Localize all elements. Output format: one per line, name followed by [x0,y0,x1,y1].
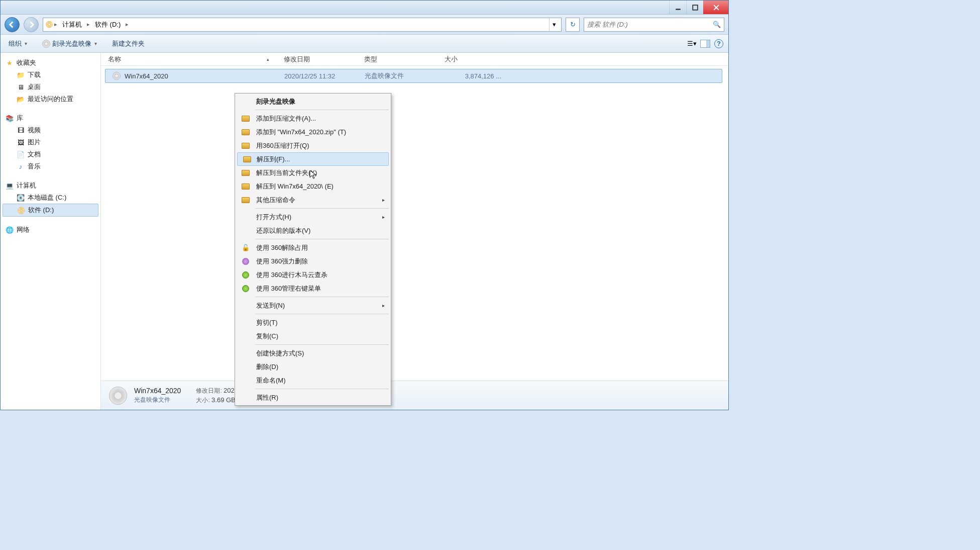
drive-icon: 💽 [17,194,25,202]
network-icon: 🌐 [6,226,14,234]
ctx-separator [255,314,389,314]
ctx-add-to-zip[interactable]: 添加到压缩文件(A)... [236,112,390,125]
svg-rect-0 [676,9,681,10]
help-button[interactable]: ? [714,39,723,48]
ctx-extract-here[interactable]: 解压到当前文件夹(X) [236,166,390,179]
zip-icon [241,128,250,137]
sidebar-label: 图片 [28,138,41,147]
close-button[interactable] [703,1,728,14]
ctx-delete[interactable]: 删除(D) [236,360,390,374]
refresh-button[interactable]: ↻ [566,18,580,32]
forward-button[interactable] [24,17,39,32]
details-type: 光盘映像文件 [134,396,181,404]
delete-icon [241,257,250,266]
star-icon: ★ [6,59,14,67]
ctx-properties[interactable]: 属性(R) [236,391,390,404]
search-input[interactable] [587,21,713,28]
sidebar-network[interactable]: 🌐网络 [1,224,100,236]
ctx-360-force-delete[interactable]: 使用 360强力删除 [236,254,390,268]
ctx-rename[interactable]: 重命名(M) [236,374,390,387]
ctx-send-to[interactable]: 发送到(N)▸ [236,299,390,312]
ctx-burn-image[interactable]: 刻录光盘映像 [236,95,390,108]
sidebar-label: 网络 [17,225,30,234]
breadcrumb[interactable]: 📀 ▸ 计算机 ▸ 软件 (D:) ▸ ▾ [43,18,562,32]
ctx-open-with[interactable]: 打开方式(H)▸ [236,210,390,224]
gear-icon [241,284,250,293]
ctx-add-to-named-zip[interactable]: 添加到 "Win7x64_2020.zip" (T) [236,125,390,139]
sidebar-documents[interactable]: 📄文档 [1,148,100,160]
music-icon: ♪ [17,162,25,170]
iso-icon [113,72,121,80]
ctx-restore-previous[interactable]: 还原以前的版本(V) [236,224,390,237]
sidebar-label: 最近访问的位置 [28,95,73,104]
zip-icon [241,114,250,123]
sidebar-pictures[interactable]: 🖼图片 [1,136,100,148]
burn-image-button[interactable]: 刻录光盘映像 [39,38,100,50]
sidebar-downloads[interactable]: 📁下载 [1,69,100,81]
col-type[interactable]: 类型 [357,53,438,65]
search-box[interactable]: 🔍 [584,18,724,32]
sidebar-software-d[interactable]: 📀软件 (D:) [3,204,98,217]
details-size-label: 大小: [196,397,209,404]
file-name: Win7x64_2020 [125,72,168,80]
sidebar-label: 文档 [28,150,41,159]
navigation-pane: ★收藏夹 📁下载 🖥桌面 📂最近访问的位置 📚库 🎞视频 🖼图片 📄文档 ♪音乐… [1,53,101,410]
ctx-label: 发送到(N) [256,301,285,310]
submenu-arrow-icon: ▸ [382,197,385,203]
ctx-360-unlock[interactable]: 🔓使用 360解除占用 [236,241,390,254]
sidebar-label: 库 [17,114,23,123]
col-date[interactable]: 修改日期 [277,53,357,65]
new-folder-button[interactable]: 新建文件夹 [109,38,148,50]
sidebar-computer[interactable]: 💻计算机 [1,179,100,192]
maximize-button[interactable] [686,1,703,14]
ctx-360-scan[interactable]: 使用 360进行木马云查杀 [236,268,390,282]
sort-arrow-icon: ▴ [267,57,269,62]
ctx-extract-folder[interactable]: 解压到 Win7x64_2020\ (E) [236,179,390,193]
ctx-extract-to[interactable]: 解压到(F)... [237,152,389,166]
preview-pane-button[interactable] [700,40,710,48]
col-size[interactable]: 大小 [438,53,508,65]
sidebar-local-disk-c[interactable]: 💽本地磁盘 (C:) [1,192,100,204]
details-date-label: 修改日期: [196,387,222,394]
details-icon [108,386,128,406]
breadcrumb-drive[interactable]: 软件 (D:) [91,19,125,30]
breadcrumb-computer[interactable]: 计算机 [58,19,86,30]
view-options-button[interactable]: ☰▾ [687,39,696,48]
content-area: 名称▴ 修改日期 类型 大小 Win7x64_2020 2020/12/25 1… [101,53,728,410]
sidebar-label: 桌面 [28,82,41,91]
ctx-other-compress[interactable]: 其他压缩命令▸ [236,193,390,207]
ctx-label: 使用 360管理右键菜单 [256,284,321,293]
submenu-arrow-icon: ▸ [382,214,385,220]
zip-icon [241,182,250,191]
search-icon: 🔍 [713,21,721,28]
sidebar-label: 收藏夹 [17,58,36,67]
ctx-360-manage-menu[interactable]: 使用 360管理右键菜单 [236,282,390,295]
breadcrumb-dropdown[interactable]: ▾ [549,18,559,31]
col-name[interactable]: 名称▴ [101,53,277,65]
ctx-separator [255,208,389,209]
ctx-open-360zip[interactable]: 用360压缩打开(Q) [236,139,390,152]
organize-button[interactable]: 组织 [6,38,30,50]
sidebar-recent[interactable]: 📂最近访问的位置 [1,93,100,105]
file-list[interactable]: Win7x64_2020 2020/12/25 11:32 光盘映像文件 3,8… [101,66,728,381]
sidebar-desktop[interactable]: 🖥桌面 [1,81,100,93]
chevron-right-icon: ▸ [54,21,57,28]
sidebar-videos[interactable]: 🎞视频 [1,124,100,136]
ctx-separator [255,110,389,110]
sidebar-favorites[interactable]: ★收藏夹 [1,57,100,69]
minimize-button[interactable] [669,1,686,14]
sidebar-libraries[interactable]: 📚库 [1,112,100,124]
ctx-copy[interactable]: 复制(C) [236,329,390,343]
back-button[interactable] [5,17,20,32]
refresh-icon: ↻ [570,21,576,28]
sidebar-music[interactable]: ♪音乐 [1,160,100,172]
sidebar-label: 音乐 [28,162,41,171]
ctx-create-shortcut[interactable]: 创建快捷方式(S) [236,346,390,360]
zip-icon [241,168,250,177]
ctx-label: 使用 360解除占用 [256,243,308,252]
ctx-label: 使用 360进行木马云查杀 [256,270,328,280]
file-row[interactable]: Win7x64_2020 2020/12/25 11:32 光盘映像文件 3,8… [105,69,722,83]
col-label: 名称 [108,55,121,64]
chevron-right-icon: ▸ [87,21,90,28]
ctx-cut[interactable]: 剪切(T) [236,316,390,329]
